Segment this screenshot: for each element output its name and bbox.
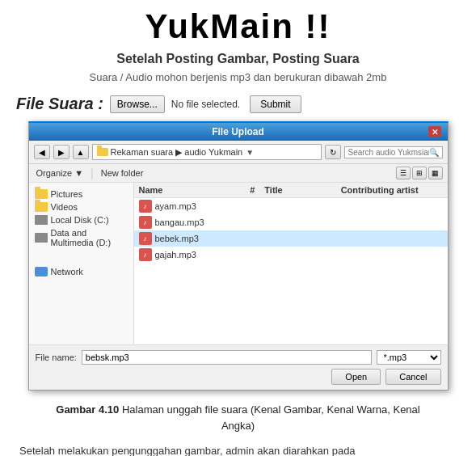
col-hash-header: # bbox=[240, 185, 264, 195]
description: Suara / Audio mohon berjenis mp3 dan ber… bbox=[16, 71, 460, 83]
toolbar-view-buttons: ☰ ⊞ ▦ bbox=[396, 167, 443, 179]
network-icon bbox=[35, 267, 48, 277]
organize-button[interactable]: Organize ▼ bbox=[34, 167, 86, 179]
sidebar-label-videos: Videos bbox=[51, 202, 78, 212]
file-name-2: bebek.mp3 bbox=[155, 234, 443, 243]
forward-button[interactable]: ▶ bbox=[53, 145, 70, 159]
view-details-button[interactable]: ▦ bbox=[428, 167, 443, 179]
file-name-0: ayam.mp3 bbox=[155, 201, 443, 211]
mp3-icon bbox=[139, 200, 152, 213]
col-name-header[interactable]: Name bbox=[139, 185, 241, 195]
no-file-text: No file selected. bbox=[171, 99, 240, 110]
sidebar-pane: Pictures Videos Local Disk (C:) Data and… bbox=[29, 183, 134, 344]
drive-icon bbox=[35, 233, 48, 243]
toolbar-separator: | bbox=[91, 167, 94, 179]
sidebar-label-local-disk: Local Disk (C:) bbox=[51, 215, 109, 225]
sidebar-label-network: Network bbox=[51, 267, 83, 277]
dialog-close-button[interactable]: ✕ bbox=[428, 126, 441, 137]
mp3-icon bbox=[139, 248, 152, 261]
list-item[interactable]: gajah.mp3 bbox=[134, 247, 448, 263]
back-button[interactable]: ◀ bbox=[34, 145, 50, 159]
filename-label: File name: bbox=[36, 353, 77, 362]
subtitle: Setelah Posting Gambar, Posting Suara bbox=[16, 52, 460, 66]
dialog-toolbar: Organize ▼ | New folder ☰ ⊞ ▦ bbox=[29, 164, 448, 183]
caption-line2: Angka) bbox=[221, 420, 255, 432]
col-title-header[interactable]: Title bbox=[264, 185, 340, 195]
file-suara-label: File Suara : bbox=[16, 95, 103, 113]
cancel-button[interactable]: Cancel bbox=[385, 369, 440, 385]
list-item[interactable]: bebek.mp3 bbox=[134, 230, 448, 247]
folder-icon bbox=[35, 202, 48, 212]
open-cancel-row: Open Cancel bbox=[36, 369, 441, 385]
dialog-body: Pictures Videos Local Disk (C:) Data and… bbox=[29, 183, 448, 344]
folder-icon bbox=[97, 148, 108, 156]
sidebar-item-pictures[interactable]: Pictures bbox=[32, 188, 130, 201]
mp3-icon bbox=[139, 216, 152, 229]
up-button[interactable]: ▲ bbox=[73, 145, 89, 159]
figure-caption: Gambar 4.10 Halaman unggah file suara (K… bbox=[16, 402, 460, 433]
page-title: YukMain !! bbox=[16, 8, 460, 45]
footer-paragraph: Setelah melakukan pengunggahan gambar, a… bbox=[16, 443, 460, 456]
col-artist-header[interactable]: Contributing artist bbox=[341, 185, 443, 195]
title-area: YukMain !! bbox=[16, 8, 460, 45]
sidebar-item-data-multimedia[interactable]: Data and Multimedia (D:) bbox=[32, 226, 130, 249]
dialog-titlebar: File Upload ✕ bbox=[29, 123, 448, 141]
breadcrumb-text: Rekaman suara ▶ audio Yukmain bbox=[111, 147, 243, 158]
filename-row: File name: *.mp3 bbox=[36, 350, 441, 365]
search-icon[interactable]: 🔍 bbox=[429, 148, 439, 157]
search-input[interactable] bbox=[348, 148, 429, 157]
sidebar-item-network[interactable]: Network bbox=[32, 265, 130, 278]
file-upload-dialog: File Upload ✕ ◀ ▶ ▲ Rekaman suara ▶ audi… bbox=[28, 121, 449, 391]
view-grid-button[interactable]: ⊞ bbox=[412, 167, 427, 179]
file-name-1: bangau.mp3 bbox=[155, 217, 443, 227]
sidebar-label-pictures: Pictures bbox=[51, 189, 83, 199]
caption-rest: Halaman unggah file suara (Kenal Gambar,… bbox=[119, 403, 419, 416]
drive-icon bbox=[35, 215, 48, 225]
file-list-pane: Name # Title Contributing artist ayam.mp… bbox=[134, 183, 448, 344]
open-button[interactable]: Open bbox=[331, 369, 381, 385]
list-item[interactable]: ayam.mp3 bbox=[134, 198, 448, 214]
file-name-3: gajah.mp3 bbox=[155, 250, 443, 260]
folder-icon bbox=[35, 189, 48, 199]
new-folder-button[interactable]: New folder bbox=[99, 167, 146, 179]
dialog-title: File Upload bbox=[48, 126, 428, 137]
submit-button[interactable]: Submit bbox=[250, 95, 301, 113]
address-bar: ◀ ▶ ▲ Rekaman suara ▶ audio Yukmain ▼ ↻ … bbox=[29, 141, 448, 164]
refresh-button[interactable]: ↻ bbox=[325, 145, 341, 159]
list-item[interactable]: bangau.mp3 bbox=[134, 214, 448, 230]
search-box: 🔍 bbox=[344, 146, 443, 158]
browse-button[interactable]: Browse... bbox=[110, 95, 165, 113]
filename-input[interactable] bbox=[82, 350, 372, 365]
sidebar-item-local-disk[interactable]: Local Disk (C:) bbox=[32, 213, 130, 226]
filetype-select[interactable]: *.mp3 bbox=[377, 350, 441, 365]
dropdown-arrow[interactable]: ▼ bbox=[246, 148, 254, 157]
file-suara-row: File Suara : Browse... No file selected.… bbox=[16, 95, 460, 113]
mp3-icon bbox=[139, 232, 152, 245]
dialog-bottom: File name: *.mp3 Open Cancel bbox=[29, 344, 448, 390]
caption-bold: Gambar 4.10 bbox=[56, 403, 119, 416]
breadcrumb-bar[interactable]: Rekaman suara ▶ audio Yukmain ▼ bbox=[92, 144, 322, 160]
sidebar-label-data-multimedia: Data and Multimedia (D:) bbox=[51, 228, 128, 247]
sidebar-item-videos[interactable]: Videos bbox=[32, 201, 130, 213]
view-list-button[interactable]: ☰ bbox=[396, 167, 411, 179]
file-list-header: Name # Title Contributing artist bbox=[134, 183, 448, 198]
